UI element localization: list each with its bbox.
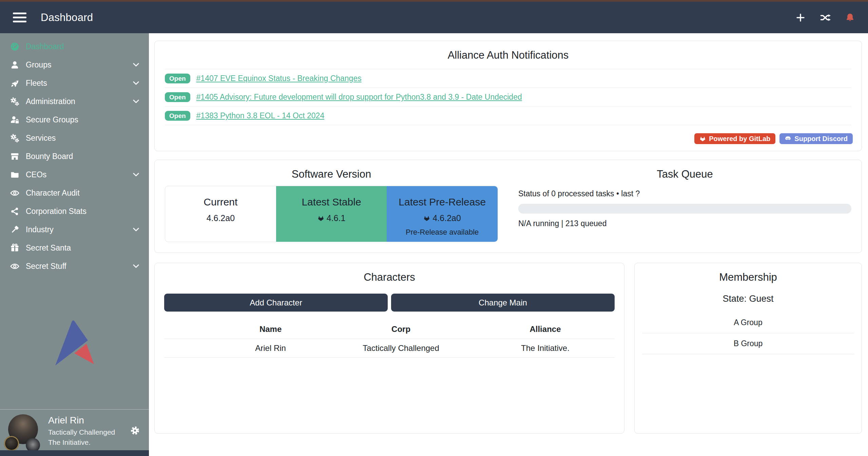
version-col-label: Current xyxy=(165,196,276,208)
notifications-title: Alliance Auth Notifications xyxy=(155,41,862,61)
version-col-stable: Latest Stable 4.6.1 xyxy=(276,186,387,242)
gauge-icon xyxy=(10,42,26,51)
notification-row: Open #1383 Python 3.8 EOL - 14 Oct 2024 xyxy=(165,106,851,125)
menu-toggle-icon[interactable] xyxy=(13,13,26,22)
version-note: Pre-Release available xyxy=(387,228,498,237)
sidebar-item-label: Fleets xyxy=(26,79,47,88)
change-main-button[interactable]: Change Main xyxy=(391,294,615,312)
sidebar-item-ceos[interactable]: CEOs xyxy=(0,165,149,184)
gitlab-badge-label: Powered by GitLab xyxy=(709,135,770,142)
sidebar-item-corporation-stats[interactable]: Corporation Stats xyxy=(0,202,149,220)
version-value: 4.6.1 xyxy=(327,213,346,223)
sidebar-item-label: Services xyxy=(26,134,56,143)
sidebar-item-label: Dashboard xyxy=(26,42,64,51)
chevron-down-icon xyxy=(132,225,140,234)
version-col-current: Current 4.6.2a0 xyxy=(165,186,276,242)
gears-icon xyxy=(10,97,26,106)
sidebar-item-label: Corporation Stats xyxy=(26,207,86,216)
sidebar-item-bounty-board[interactable]: Bounty Board xyxy=(0,147,149,165)
status-badge: Open xyxy=(165,74,190,83)
chevron-down-icon xyxy=(132,61,140,69)
sidebar-item-label: Secret Santa xyxy=(26,243,71,253)
task-queue-counts: N/A running | 213 queued xyxy=(518,219,851,228)
sidebar-item-secret-stuff[interactable]: Secret Stuff xyxy=(0,257,149,275)
gitlab-badge[interactable]: Powered by GitLab xyxy=(694,133,775,144)
characters-table-header: Name Corp Alliance xyxy=(164,320,615,339)
sidebar-item-secret-santa[interactable]: Secret Santa xyxy=(0,239,149,257)
rocket-icon xyxy=(10,79,26,88)
alliance-auth-logo xyxy=(0,275,149,409)
sidebar-item-character-audit[interactable]: Character Audit xyxy=(0,184,149,202)
sidebar-item-label: Groups xyxy=(26,60,51,70)
sidebar-user-panel: Ariel Rin Tactically Challenged The Init… xyxy=(0,409,149,450)
header-alliance: Alliance xyxy=(476,324,615,334)
sidebar-item-secure-groups[interactable]: Secure Groups xyxy=(0,111,149,129)
user-corp: Tactically Challenged xyxy=(48,428,115,437)
sidebar-item-fleets[interactable]: Fleets xyxy=(0,74,149,92)
add-icon[interactable] xyxy=(795,13,806,23)
software-version-title: Software Version xyxy=(165,160,498,180)
sidebar-item-groups[interactable]: Groups xyxy=(0,56,149,74)
store-icon xyxy=(10,152,26,161)
notification-link[interactable]: #1383 Python 3.8 EOL - 14 Oct 2024 xyxy=(196,111,325,120)
notifications-bell-icon[interactable] xyxy=(845,13,855,23)
list-item: A Group xyxy=(642,312,854,333)
list-item: B Group xyxy=(642,333,854,354)
sidebar-item-administration[interactable]: Administration xyxy=(0,92,149,111)
chevron-down-icon xyxy=(132,171,140,179)
characters-panel: Characters Add Character Change Main Nam… xyxy=(154,263,624,434)
chevron-down-icon xyxy=(132,262,140,270)
sidebar-bottom-strip xyxy=(0,450,149,456)
add-character-button[interactable]: Add Character xyxy=(164,294,388,312)
user-avatar xyxy=(8,414,39,447)
sidebar-item-label: Secret Stuff xyxy=(26,262,66,271)
characters-title: Characters xyxy=(155,263,624,283)
version-box: Current 4.6.2a0 Latest Stable 4.6.1 Late… xyxy=(165,186,498,242)
sidebar-item-industry[interactable]: Industry xyxy=(0,220,149,239)
membership-panel: Membership State: Guest A Group B Group xyxy=(634,263,862,434)
version-col-label: Latest Stable xyxy=(276,196,387,208)
version-col-prerelease: Latest Pre-Release 4.6.2a0 Pre-Release a… xyxy=(387,186,498,242)
app-root: Dashboard xyxy=(0,0,868,456)
table-row: Ariel Rin Tactically Challenged The Init… xyxy=(164,339,615,358)
header-name: Name xyxy=(215,324,326,334)
user-icon xyxy=(10,60,26,70)
notification-link[interactable]: #1407 EVE Equinox Status - Breaking Chan… xyxy=(196,74,362,83)
software-taskqueue-panel: Software Version Current 4.6.2a0 Latest … xyxy=(154,160,862,253)
eye-icon xyxy=(10,262,26,271)
cell-name: Ariel Rin xyxy=(215,343,326,353)
gitlab-tanuki-icon xyxy=(317,215,324,222)
share-icon xyxy=(10,207,26,216)
gears-icon xyxy=(10,134,26,143)
page-title: Dashboard xyxy=(41,12,93,24)
gift-icon xyxy=(10,243,26,253)
task-queue-section: Task Queue Status of 0 processed tasks •… xyxy=(508,160,862,253)
characters-table: Name Corp Alliance Ariel Rin Tactically … xyxy=(164,320,615,358)
header-corp: Corp xyxy=(326,324,476,334)
main-content: Alliance Auth Notifications Open #1407 E… xyxy=(149,33,868,456)
settings-gear-icon[interactable] xyxy=(130,425,140,436)
cell-alliance: The Initiative. xyxy=(476,343,615,353)
notifications-panel: Alliance Auth Notifications Open #1407 E… xyxy=(154,41,862,151)
chevron-down-icon xyxy=(132,79,140,87)
shuffle-icon[interactable] xyxy=(820,12,831,23)
notification-link[interactable]: #1405 Advisory: Future development will … xyxy=(196,93,522,102)
status-badge: Open xyxy=(165,92,190,102)
discord-badge[interactable]: Support Discord xyxy=(779,133,853,144)
navbar-actions xyxy=(795,12,855,23)
sidebar: Dashboard Groups Fleets xyxy=(0,33,149,456)
membership-group-list: A Group B Group xyxy=(642,312,854,354)
sidebar-item-dashboard[interactable]: Dashboard xyxy=(0,37,149,56)
sidebar-item-label: CEOs xyxy=(26,170,46,179)
cell-corp: Tactically Challenged xyxy=(326,343,476,353)
gitlab-tanuki-icon xyxy=(423,215,430,222)
user-lock-icon xyxy=(10,115,26,124)
chevron-down-icon xyxy=(132,97,140,105)
notifications-footer: Powered by GitLab Support Discord xyxy=(155,125,862,151)
version-col-label: Latest Pre-Release xyxy=(387,196,498,208)
user-name: Ariel Rin xyxy=(48,414,115,426)
sidebar-item-label: Secure Groups xyxy=(26,115,78,124)
sidebar-item-services[interactable]: Services xyxy=(0,129,149,147)
folder-icon xyxy=(10,170,26,179)
task-queue-progressbar xyxy=(518,204,851,214)
